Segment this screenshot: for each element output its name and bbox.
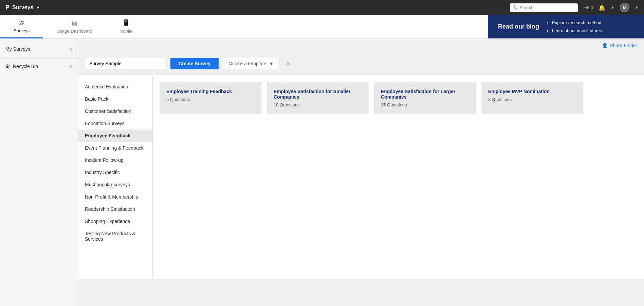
search-icon: 🔍: [513, 5, 518, 10]
category-shopping[interactable]: Shopping Experience: [78, 215, 152, 227]
mobile-tab-icon: 📱: [122, 19, 130, 27]
template-grid: Employee Training Feedback 5 Questions E…: [153, 75, 644, 279]
main-content: My Surveys 0 🗑 Recycle Bin 2 👤 Share Fol…: [0, 39, 644, 306]
survey-name-input[interactable]: Survey Sample: [85, 58, 166, 69]
template-card-title-0: Employee Training Feedback: [166, 89, 255, 94]
use-template-dropdown-icon: ▼: [269, 61, 274, 66]
category-employee[interactable]: Employee Feedback: [78, 130, 152, 142]
blog-banner-list: Explore research method Learn about new …: [546, 19, 602, 35]
bell-icon[interactable]: 🔔: [599, 4, 605, 11]
mobile-tab-label: Mobile: [119, 29, 132, 34]
share-folder-icon: 👤: [602, 43, 608, 48]
content-header-row: 👤 Share Folder: [78, 39, 644, 52]
content-area: 👤 Share Folder Survey Sample Create Surv…: [78, 39, 644, 306]
sidebar: My Surveys 0 🗑 Recycle Bin 2: [0, 39, 78, 306]
share-folder-label: Share Folder: [610, 43, 637, 48]
usage-tab-label: Usage Dashboard: [57, 29, 92, 34]
tab-mobile[interactable]: 📱 Mobile: [106, 15, 146, 38]
share-folder-button[interactable]: 👤 Share Folder: [602, 43, 637, 48]
category-basic[interactable]: Basic Pack: [78, 93, 152, 105]
category-customer[interactable]: Customer Satisfaction: [78, 105, 152, 117]
blog-banner[interactable]: Read our blog Explore research method Le…: [488, 15, 644, 38]
sidebar-divider-1: [0, 58, 78, 59]
category-readership[interactable]: Readership Satisfaction: [78, 203, 152, 215]
top-nav: P Surveys ▼ 🔍 Help 🔔 ▼ M ▼: [0, 0, 644, 15]
surveys-tab-icon: 🗂: [18, 19, 24, 26]
content-toolbar: Survey Sample Create Survey Or use a tem…: [78, 52, 644, 75]
search-input[interactable]: [510, 3, 578, 12]
template-card-questions-3: 3 Questions: [488, 97, 576, 102]
user-avatar[interactable]: M: [620, 3, 629, 12]
category-incident[interactable]: Incident Follow-up: [78, 154, 152, 166]
recycle-bin-icon: 🗑: [5, 64, 10, 69]
category-popular[interactable]: Most popular surveys: [78, 178, 152, 191]
bell-dropdown[interactable]: ▼: [611, 5, 614, 10]
sidebar-my-surveys[interactable]: My Surveys 0: [5, 43, 72, 55]
my-surveys-count: 0: [70, 47, 72, 52]
category-industry[interactable]: Industry Specific: [78, 166, 152, 178]
template-card-questions-1: 10 Questions: [274, 102, 362, 107]
template-card-questions-2: 25 Questions: [381, 102, 469, 107]
tab-usage[interactable]: ▦ Usage Dashboard: [43, 15, 106, 38]
blog-banner-item-2: Learn about new features: [552, 27, 602, 35]
template-card-3[interactable]: Employee MVP Nomination 3 Questions: [481, 82, 583, 114]
app-dropdown-icon[interactable]: ▼: [36, 5, 40, 10]
usage-tab-icon: ▦: [72, 19, 77, 27]
category-event[interactable]: Event Planning & Feedback: [78, 142, 152, 154]
category-education[interactable]: Education Surveys: [78, 117, 152, 130]
app-logo: P: [5, 4, 10, 11]
template-card-title-3: Employee MVP Nomination: [488, 89, 576, 94]
template-card-1[interactable]: Employee Satisfaction for Smaller Compan…: [267, 82, 369, 114]
template-content: Audience Evaluation Basic Pack Customer …: [78, 75, 644, 279]
template-card-0[interactable]: Employee Training Feedback 5 Questions: [160, 82, 261, 114]
blog-banner-title: Read our blog: [498, 23, 539, 30]
app-name: Surveys: [12, 4, 33, 11]
template-card-title-1: Employee Satisfaction for Smaller Compan…: [274, 89, 362, 100]
recycle-bin-count: 2: [70, 64, 72, 69]
category-testing[interactable]: Testing New Products & Services: [78, 227, 152, 245]
category-nonprofit[interactable]: Non-Profit & Membership: [78, 191, 152, 203]
blog-banner-item-1: Explore research method: [552, 19, 602, 27]
template-card-title-2: Employee Satisfaction for Larger Compani…: [381, 89, 469, 100]
template-card-questions-0: 5 Questions: [166, 97, 255, 102]
sidebar-header: My Surveys 0: [0, 39, 78, 57]
category-list: Audience Evaluation Basic Pack Customer …: [78, 75, 153, 279]
use-template-button[interactable]: Or use a template ▼: [223, 58, 279, 69]
category-audience[interactable]: Audience Evaluation: [78, 81, 152, 93]
tab-surveys[interactable]: 🗂 Surveys: [0, 15, 43, 38]
my-surveys-label: My Surveys: [5, 46, 30, 52]
surveys-tab-label: Surveys: [14, 28, 30, 33]
recycle-bin-label: Recycle Bin: [13, 64, 38, 69]
create-survey-button[interactable]: Create Survey: [170, 58, 219, 69]
close-button[interactable]: ×: [283, 59, 293, 69]
tab-bar: 🗂 Surveys ▦ Usage Dashboard 📱 Mobile Rea…: [0, 15, 644, 39]
sidebar-recycle-bin[interactable]: 🗑 Recycle Bin 2: [0, 60, 78, 72]
help-label[interactable]: Help: [583, 5, 593, 10]
use-template-label: Or use a template: [228, 61, 266, 66]
user-dropdown[interactable]: ▼: [635, 5, 639, 10]
template-card-2[interactable]: Employee Satisfaction for Larger Compani…: [374, 82, 476, 114]
search-wrapper: 🔍: [510, 3, 578, 12]
